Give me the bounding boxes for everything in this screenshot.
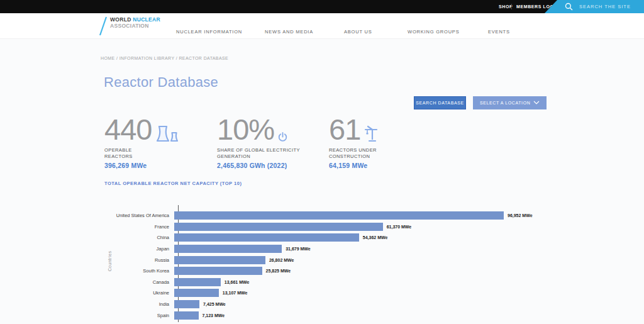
search-database-button[interactable]: SEARCH DATABASE <box>414 96 466 109</box>
nav-about-us[interactable]: ABOUT US <box>344 29 372 35</box>
nav-nuclear-information[interactable]: NUCLEAR INFORMATION <box>176 29 242 35</box>
stat-share-label: SHARE OF GLOBAL ELECTRICITY GENERATION <box>217 147 303 159</box>
chart-bar[interactable] <box>174 278 221 286</box>
chart-category-label: France <box>101 224 174 230</box>
chart-value-label: 25,825 MWe <box>266 269 291 273</box>
chart-bar-zone: 26,802 MWe <box>174 256 566 264</box>
cooling-towers-icon <box>155 125 179 142</box>
search-icon[interactable] <box>565 3 573 11</box>
logo-word-world: WORLD <box>110 16 131 23</box>
power-icon <box>278 132 287 142</box>
nav-working-groups[interactable]: WORKING GROUPS <box>408 29 459 35</box>
logo-word-nuclear: NUCLEAR <box>133 16 160 23</box>
chart-bar[interactable] <box>174 233 359 242</box>
chart-row: Ukraine13,107 MWe <box>101 288 566 299</box>
chart-category-label: Russia <box>101 257 174 263</box>
chart-bar-zone: 13,107 MWe <box>174 289 566 297</box>
chart-bar[interactable] <box>174 311 199 320</box>
page-title: Reactor Database <box>104 74 218 91</box>
chart-bar[interactable] <box>174 256 265 264</box>
stat-operable-metric: 396,269 MWe <box>104 162 179 169</box>
chart-row: Spain7,123 MWe <box>101 310 566 321</box>
stat-construction-metric: 64,159 MWe <box>329 162 394 169</box>
chart-value-label: 13,661 MWe <box>225 280 250 284</box>
stat-construction-label: REACTORS UNDER CONSTRUCTION <box>329 147 394 159</box>
stat-construction-value: 61 <box>329 116 360 143</box>
nav-events[interactable]: EVENTS <box>488 29 510 35</box>
chart-category-label: South Korea <box>101 268 174 274</box>
chart-bar-zone: 13,661 MWe <box>174 278 566 286</box>
chart-bar-zone: 7,123 MWe <box>174 311 566 320</box>
stat-share-metric: 2,465,830 GWh (2022) <box>217 162 303 169</box>
chart-category-label: Japan <box>101 246 174 252</box>
chart-row: Japan31,679 MWe <box>101 243 566 255</box>
chart-value-label: 26,802 MWe <box>269 258 294 262</box>
chevron-down-icon <box>533 101 540 105</box>
chart-row: India7,425 MWe <box>101 299 566 310</box>
site-search-input[interactable] <box>579 4 642 9</box>
chart-category-label: China <box>101 235 174 240</box>
header: WORLD NUCLEAR ASSOCIATION NUCLEAR INFORM… <box>0 13 644 39</box>
search-database-label: SEARCH DATABASE <box>416 101 464 105</box>
chart-category-label: United States Of America <box>101 213 174 218</box>
stat-operable-label: OPERABLE REACTORS <box>104 147 158 159</box>
chart-bar[interactable] <box>174 245 282 253</box>
chart-bar-zone: 54,362 MWe <box>174 233 566 242</box>
shop-link[interactable]: SHOP <box>499 0 513 13</box>
stat-share-value: 10% <box>217 116 274 143</box>
breadcrumb[interactable]: HOME / INFORMATION LIBRARY / REACTOR DAT… <box>101 56 228 60</box>
logo-text: WORLD NUCLEAR ASSOCIATION <box>110 17 160 39</box>
logo-word-association: ASSOCIATION <box>110 23 160 29</box>
chart-bar-zone: 96,952 MWe <box>174 211 566 220</box>
chart-row: China54,362 MWe <box>101 232 566 243</box>
chart-row: South Korea25,825 MWe <box>101 265 566 277</box>
stat-operable-reactors: 440 OPERABLE REACTORS 396,269 MWe <box>104 116 179 169</box>
chart-bar[interactable] <box>174 289 219 297</box>
nav-news-and-media[interactable]: NEWS AND MEDIA <box>265 29 313 35</box>
chart-value-label: 31,679 MWe <box>286 247 311 251</box>
stat-electricity-share: 10% SHARE OF GLOBAL ELECTRICITY GENERATI… <box>217 116 303 169</box>
select-location-label: SELECT A LOCATION <box>480 101 530 105</box>
topbar: SHOP MEMBERS LOGIN <box>0 0 644 13</box>
chart-value-label: 13,107 MWe <box>223 291 248 295</box>
chart-bar[interactable] <box>174 211 504 220</box>
topbar-divider <box>511 4 512 9</box>
chart-value-label: 54,362 MWe <box>363 235 388 240</box>
chart-category-label: Spain <box>101 313 174 318</box>
bar-chart: United States Of America96,952 MWeFrance… <box>101 210 566 321</box>
chart-category-label: India <box>101 301 174 307</box>
chart-value-label: 7,123 MWe <box>203 313 225 318</box>
chart-title: TOTAL OPERABLE REACTOR NET CAPACITY (TOP… <box>104 181 242 186</box>
chart-row: France61,370 MWe <box>101 221 566 233</box>
chart-value-label: 96,952 MWe <box>508 213 533 218</box>
chart-bar[interactable] <box>174 267 262 275</box>
chart-value-label: 61,370 MWe <box>387 225 412 229</box>
page: SHOP MEMBERS LOGIN WORLD NUCLEAR ASSOCIA… <box>0 0 644 324</box>
chart-bar[interactable] <box>174 223 383 231</box>
chart-bar-zone: 7,425 MWe <box>174 300 566 308</box>
chart-row: Russia26,802 MWe <box>101 254 566 265</box>
crane-icon <box>364 125 378 142</box>
chart-category-label: Canada <box>101 279 174 285</box>
chart-row: Canada13,661 MWe <box>101 277 566 288</box>
chart-bar-zone: 61,370 MWe <box>174 223 566 231</box>
chart-bar-zone: 31,679 MWe <box>174 245 566 253</box>
stat-operable-value: 440 <box>104 116 152 143</box>
chart-value-label: 7,425 MWe <box>203 302 226 306</box>
chart-row: United States Of America96,952 MWe <box>101 210 566 221</box>
select-location-dropdown[interactable]: SELECT A LOCATION <box>473 96 547 109</box>
logo-slash-icon <box>98 16 108 39</box>
chart-bar-zone: 25,825 MWe <box>174 267 566 275</box>
site-search[interactable] <box>545 0 644 13</box>
logo[interactable]: WORLD NUCLEAR ASSOCIATION <box>98 16 160 39</box>
stat-under-construction: 61 REACTORS UNDER CONSTRUCTION 64,159 MW… <box>329 116 394 169</box>
chart-category-label: Ukraine <box>101 290 174 296</box>
chart-bar[interactable] <box>174 300 199 308</box>
